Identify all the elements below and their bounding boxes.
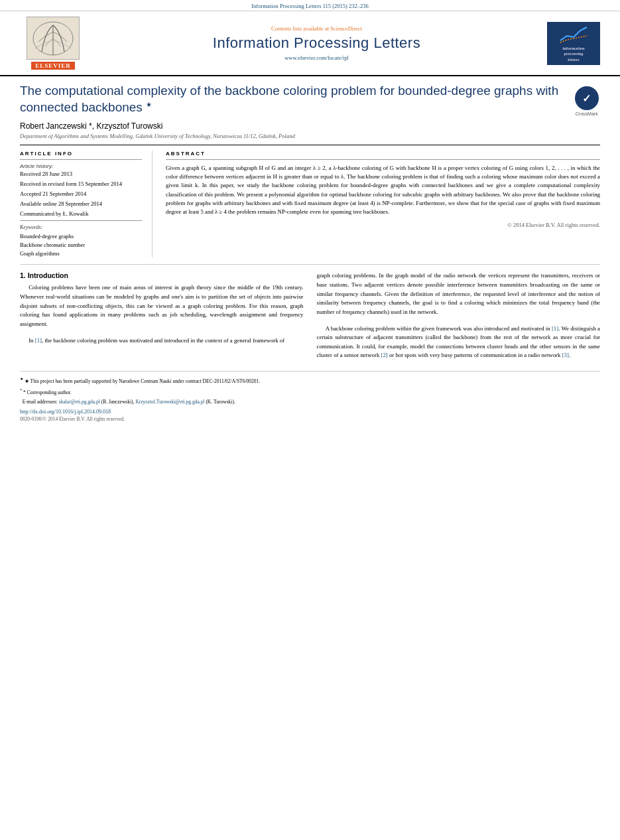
crossmark-icon: ✓: [575, 86, 599, 110]
info-divider-2: [20, 220, 142, 221]
intro-para-3: graph coloring problems. In the graph mo…: [317, 271, 601, 316]
ipl-logo-box: information processing letters: [547, 22, 600, 65]
elsevier-tree-image: [27, 17, 80, 60]
journal-center: Contents lists available at ScienceDirec…: [93, 25, 540, 61]
crossmark-label: CrossMark: [576, 111, 598, 116]
article-title-section: The computational complexity of the back…: [20, 83, 600, 116]
intro-para-1: Coloring problems have been one of main …: [20, 283, 304, 328]
revised-date: Received in revised form 15 September 20…: [20, 180, 142, 188]
journal-citation-bar: Information Processing Letters 115 (2015…: [0, 0, 620, 11]
email-1-link[interactable]: skalar@eti.pg.gda.pl: [59, 399, 100, 405]
abstract-text: Given a graph G, a spanning subgraph H o…: [166, 164, 600, 216]
body-col-left: 1. Introduction Coloring problems have b…: [20, 271, 304, 360]
footnote-star: ★ ★ This project has been partially supp…: [20, 376, 600, 385]
received-date: Received 28 June 2013: [20, 171, 142, 178]
sciencedirect-name: ScienceDirect: [330, 25, 362, 32]
journal-header: ELSEVIER Contents lists available at Sci…: [0, 11, 620, 76]
elsevier-label: ELSEVIER: [31, 62, 75, 70]
divider-after-authors: [20, 145, 600, 145]
journal-url: www.elsevier.com/locate/ipl: [93, 54, 540, 61]
elsevier-logo-area: ELSEVIER: [13, 17, 93, 70]
doi-line: http://dx.doi.org/10.1016/j.ipl.2014.09.…: [20, 409, 600, 415]
intro-para-4: A backbone coloring problem within the g…: [317, 324, 601, 361]
doi-link[interactable]: http://dx.doi.org/10.1016/j.ipl.2014.09.…: [20, 409, 111, 415]
keyword-3: Graph algorithms: [20, 249, 142, 258]
journal-citation: Information Processing Letters 115 (2015…: [251, 3, 369, 9]
article-title: The computational complexity of the back…: [20, 83, 566, 115]
copyright: © 2014 Elsevier B.V. All rights reserved…: [166, 222, 600, 228]
journal-title: Information Processing Letters: [93, 35, 540, 52]
authors: Robert Janczewski *, Krzysztof Turowski: [20, 121, 600, 131]
accepted-date: Accepted 21 September 2014: [20, 190, 142, 198]
ipl-logo-area: information processing letters: [540, 22, 607, 65]
body-col-right: graph coloring problems. In the graph mo…: [317, 271, 601, 360]
section-1-heading: 1. Introduction: [20, 271, 304, 279]
crossmark-badge: ✓ CrossMark: [573, 86, 600, 116]
info-divider: [20, 159, 142, 160]
article-info-title: ARTICLE INFO: [20, 151, 142, 157]
intro-para-2: In [1], the backbone coloring problem wa…: [20, 336, 304, 346]
article-info: ARTICLE INFO Article history: Received 2…: [20, 151, 153, 257]
issn-line: 0020-0190/© 2014 Elsevier B.V. All right…: [20, 416, 600, 422]
footnote-emails: E-mail addresses: skalar@eti.pg.gda.pl (…: [20, 399, 600, 406]
history-label: Article history:: [20, 163, 142, 169]
communicated: Communicated by Ł. Kowalik: [20, 210, 142, 218]
keyword-1: Bounded-degree graphs: [20, 232, 142, 241]
main-content: The computational complexity of the back…: [0, 76, 620, 435]
article-title-text: The computational complexity of the back…: [20, 83, 566, 115]
keywords-label: Keywords:: [20, 224, 142, 230]
body-divider: [20, 264, 600, 265]
keyword-2: Backbone chromatic number: [20, 241, 142, 249]
affiliation: Department of Algorithms and Systems Mod…: [20, 133, 600, 139]
abstract-title: ABSTRACT: [166, 151, 600, 157]
sciencedirect-link: Contents lists available at ScienceDirec…: [93, 25, 540, 32]
abstract-section: ABSTRACT Given a graph G, a spanning sub…: [166, 151, 600, 257]
info-abstract-row: ARTICLE INFO Article history: Received 2…: [20, 151, 600, 257]
abstract-divider: [166, 159, 600, 160]
footnote-corresponding: * * Corresponding author.: [20, 387, 600, 396]
available-date: Available online 28 September 2014: [20, 200, 142, 208]
footnote-area: ★ ★ This project has been partially supp…: [20, 371, 600, 422]
email-2-link[interactable]: Krzysztof.Turowski@eti.pg.gda.pl: [135, 399, 204, 405]
body-two-col: 1. Introduction Coloring problems have b…: [20, 271, 600, 360]
